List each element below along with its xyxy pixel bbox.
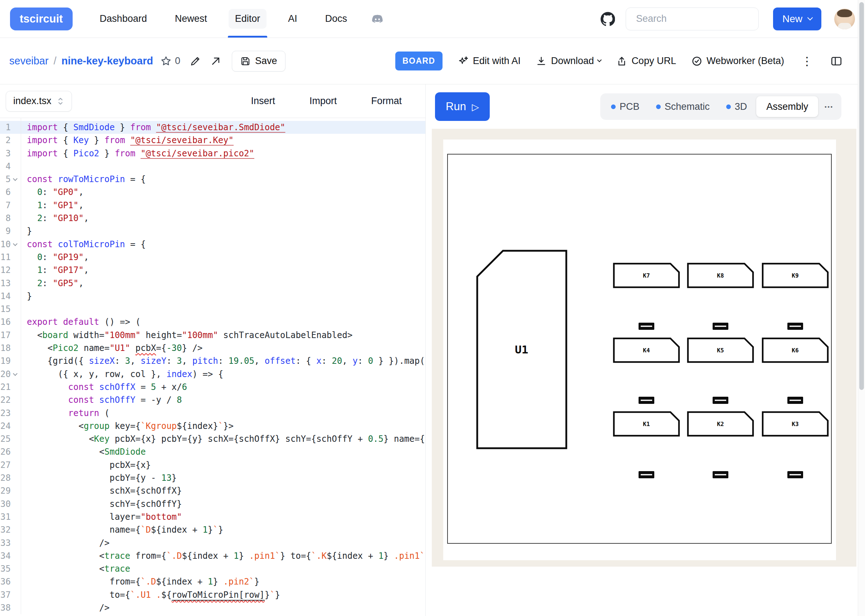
share-icon[interactable]: [210, 56, 221, 66]
line-number: 17: [0, 329, 11, 342]
code-line-3[interactable]: 3import { Pico2 } from "@tsci/seveibar.p…: [0, 147, 425, 160]
code-line-13[interactable]: 13 2: "GP5",: [0, 277, 425, 290]
code-line-17[interactable]: 17 <board width="100mm" height="100mm" s…: [0, 329, 425, 342]
code-line-20[interactable]: 20 ({ x, y, row, col }, index) => {: [0, 368, 425, 380]
code-line-23[interactable]: 23 return (: [0, 407, 425, 420]
code-line-29[interactable]: 29 schX={schOffX}: [0, 484, 425, 497]
discord-icon[interactable]: [371, 13, 383, 25]
editor-menu-format[interactable]: Format: [371, 96, 402, 107]
pencil-icon[interactable]: [190, 55, 201, 67]
code-line-25[interactable]: 25 <Key pcbX={x} pcbY={y} schX={schOffX}…: [0, 432, 425, 445]
line-code: ({ x, y, row, col }, index) => {: [21, 368, 223, 380]
tab-pcb[interactable]: PCB: [604, 101, 647, 112]
code-line-7[interactable]: 7 1: "GP1",: [0, 199, 425, 212]
avatar[interactable]: [834, 9, 855, 29]
fold-gutter: [11, 277, 21, 290]
code-line-28[interactable]: 28 pcbY={y - 13}: [0, 471, 425, 484]
main-nav: DashboardNewestEditorAIDocs: [98, 0, 350, 38]
code-line-37[interactable]: 37 to={`.U1 .${rowToMicroPin[row]}`}: [0, 588, 425, 601]
code-line-11[interactable]: 11 0: "GP19",: [0, 251, 425, 264]
code-line-24[interactable]: 24 <group key={`Kgroup${index}`}>: [0, 420, 425, 432]
assembly-canvas[interactable]: U1K7K8K9K4K5K6K1K2K3: [432, 129, 856, 567]
code-line-15[interactable]: 15: [0, 303, 425, 316]
component-k1-label: K1: [643, 421, 650, 427]
code-line-22[interactable]: 22 const schOffY = -y / 8: [0, 393, 425, 406]
run-button[interactable]: Run ▷: [435, 92, 490, 121]
code-line-21[interactable]: 21 const schOffX = 5 + x/6: [0, 380, 425, 393]
action-download[interactable]: Download: [535, 55, 601, 67]
line-code: <Pico2 name="U1" pcbX={-30} />: [21, 342, 203, 355]
code-line-36[interactable]: 36 from={`.D${index + 1} .pin2`}: [0, 575, 425, 588]
search-input[interactable]: [626, 8, 759, 30]
tabs-more-icon[interactable]: •••: [820, 104, 838, 110]
nav-item-editor[interactable]: Editor: [233, 0, 262, 38]
nav-item-ai[interactable]: AI: [286, 0, 300, 38]
code-line-38[interactable]: 38 />: [0, 601, 425, 614]
code-line-34[interactable]: 34 <trace from={`.D${index + 1} .pin1`} …: [0, 550, 425, 563]
code-line-18[interactable]: 18 <Pico2 name="U1" pcbX={-30} />: [0, 342, 425, 355]
code-line-26[interactable]: 26 <SmdDiode: [0, 445, 425, 458]
panel-toggle-icon[interactable]: [830, 55, 843, 68]
nav-item-label: Dashboard: [100, 13, 147, 24]
code-line-12[interactable]: 12 1: "GP17",: [0, 264, 425, 277]
code-line-6[interactable]: 6 0: "GP0",: [0, 185, 425, 198]
component-k8-label: K8: [717, 272, 724, 279]
fold-chevron-icon[interactable]: [11, 238, 21, 251]
github-icon[interactable]: [601, 12, 615, 26]
code-line-31[interactable]: 31 layer="bottom": [0, 511, 425, 523]
code-line-1[interactable]: 1import { SmdDiode } from "@tsci/seveiba…: [0, 121, 425, 134]
code-line-16[interactable]: 16export default () => (: [0, 316, 425, 328]
tab-assembly[interactable]: Assembly: [756, 96, 818, 117]
action-copy-url[interactable]: Copy URL: [616, 55, 676, 67]
code-line-35[interactable]: 35 <trace: [0, 563, 425, 575]
star-button[interactable]: 0: [160, 55, 180, 67]
code-line-4[interactable]: 4: [0, 160, 425, 173]
fold-gutter: [11, 303, 21, 316]
save-button[interactable]: Save: [232, 51, 286, 72]
code-line-10[interactable]: 10const colToMicroPin = {: [0, 238, 425, 251]
board-badge[interactable]: BOARD: [395, 52, 443, 71]
page-scrollbar[interactable]: [858, 0, 865, 616]
breadcrumb-repo[interactable]: nine-key-keyboard: [61, 55, 153, 67]
code-line-33[interactable]: 33 />: [0, 537, 425, 550]
fold-gutter: [11, 225, 21, 237]
nav-item-dashboard[interactable]: Dashboard: [98, 0, 149, 38]
code-line-2[interactable]: 2import { Key } from "@tsci/seveibar.Key…: [0, 134, 425, 147]
code-line-30[interactable]: 30 schY={schOffY}: [0, 498, 425, 511]
nav-item-newest[interactable]: Newest: [173, 0, 209, 38]
editor-menu-import[interactable]: Import: [309, 96, 337, 107]
fold-gutter: [11, 575, 21, 588]
editor-menu-insert[interactable]: Insert: [251, 96, 275, 107]
code-line-14[interactable]: 14}: [0, 290, 425, 303]
code-line-8[interactable]: 8 2: "GP10",: [0, 212, 425, 225]
code-line-5[interactable]: 5const rowToMicroPin = {: [0, 173, 425, 185]
line-code: <trace: [21, 563, 130, 575]
code-area[interactable]: 1import { SmdDiode } from "@tsci/seveiba…: [0, 118, 425, 614]
fold-chevron-icon[interactable]: [11, 173, 21, 185]
tscircuit-logo[interactable]: tscircuit: [10, 8, 72, 30]
code-line-27[interactable]: 27 pcbX={x}: [0, 459, 425, 471]
chevron-down-icon: [807, 15, 813, 20]
line-code: import { SmdDiode } from "@tsci/seveibar…: [21, 121, 286, 134]
line-code: <trace from={`.D${index + 1} .pin1`} to=…: [21, 550, 426, 563]
action-edit-with-ai[interactable]: Edit with AI: [458, 55, 521, 67]
action-webworker-beta[interactable]: Webworker (Beta): [691, 55, 784, 67]
scrollbar-thumb[interactable]: [859, 2, 864, 390]
line-code: return (: [21, 407, 110, 420]
tab-3d[interactable]: 3D: [719, 101, 755, 112]
file-selector[interactable]: index.tsx: [6, 91, 72, 112]
code-line-32[interactable]: 32 name={`D${index + 1}`}: [0, 523, 425, 536]
new-button[interactable]: New: [773, 8, 821, 30]
tab-schematic[interactable]: Schematic: [649, 101, 717, 112]
kebab-menu-icon[interactable]: ⋮: [799, 54, 815, 68]
line-number: 9: [0, 225, 11, 237]
nav-item-label: Editor: [229, 9, 267, 28]
code-editor-panel: index.tsx InsertImportFormat 1import { S…: [0, 85, 426, 616]
line-number: 10: [0, 238, 11, 251]
code-line-19[interactable]: 19 {grid({ sizeX: 3, sizeY: 3, pitch: 19…: [0, 355, 425, 368]
breadcrumb-owner[interactable]: seveibar: [9, 55, 49, 67]
nav-item-docs[interactable]: Docs: [323, 0, 350, 38]
fold-chevron-icon[interactable]: [11, 368, 21, 380]
line-number: 24: [0, 420, 11, 432]
code-line-9[interactable]: 9}: [0, 225, 425, 237]
